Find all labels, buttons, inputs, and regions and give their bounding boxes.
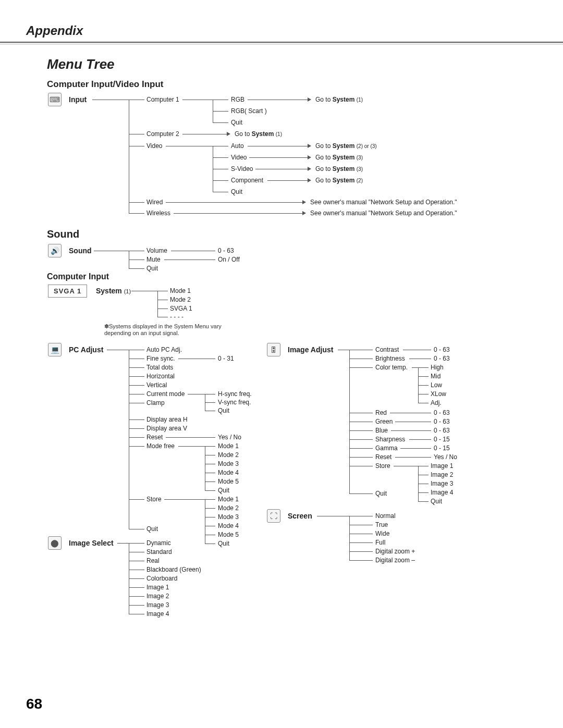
lbl-gamma: Gamma	[375, 445, 398, 452]
h-finesync-b	[178, 359, 215, 359]
h-m1	[205, 446, 215, 447]
h-quit2	[213, 192, 228, 192]
h-component-b	[267, 180, 308, 181]
pcadjust-icon: 💻	[48, 343, 62, 356]
h-dashes	[157, 317, 168, 317]
lbl-manual-b: See owner's manual "Network Setup and Op…	[310, 209, 457, 217]
h-store2	[349, 466, 373, 466]
h-video2	[213, 157, 228, 158]
lbl-svga1: SVGA 1	[170, 305, 192, 312]
h-iim2	[418, 475, 429, 475]
h-normal	[349, 516, 373, 516]
menutree-heading: Menu Tree	[47, 56, 115, 72]
lbl-wired: Wired	[146, 199, 163, 206]
lbl-sm2: Mode 2	[218, 504, 239, 512]
h-contrast-b	[403, 350, 431, 350]
h-real	[129, 561, 144, 561]
h-blue-b	[391, 430, 431, 431]
lbl-adj: Adj.	[431, 399, 442, 406]
h-store	[129, 499, 144, 500]
arrow-wireless	[302, 211, 306, 215]
h-std	[129, 552, 144, 552]
h-mute-b	[164, 260, 215, 260]
h-iim3	[418, 484, 429, 484]
lbl-r063c: 0 - 63	[434, 409, 450, 416]
h-dav	[129, 428, 144, 429]
imageselect-label: Image Select	[69, 539, 114, 547]
lbl-red: Red	[375, 409, 387, 416]
lbl-m2: Mode 2	[218, 451, 239, 459]
h-squit	[205, 544, 215, 544]
h-comp1	[129, 100, 144, 100]
lbl-blue: Blue	[375, 427, 388, 434]
lbl-iim2: Image 2	[431, 471, 453, 478]
h-screen	[317, 516, 349, 516]
h-true	[349, 525, 373, 525]
h-mid	[418, 376, 429, 377]
lbl-iim1: Image 1	[431, 462, 453, 470]
lbl-r015b: 0 - 15	[434, 445, 450, 452]
lbl-curmode: Current mode	[146, 390, 185, 398]
input-label: Input	[69, 95, 87, 104]
h-reset2-b	[395, 457, 431, 458]
h-reset2	[349, 457, 373, 458]
system-label: System (1)	[96, 287, 131, 295]
h-high	[418, 367, 429, 368]
rule-top-light	[0, 44, 563, 44]
h-cb	[129, 578, 144, 579]
h-wireless-b	[174, 213, 302, 214]
sys-footnote: ✽Systems displayed in the System Menu va…	[104, 323, 240, 336]
h-bright	[349, 359, 373, 359]
page-number: 68	[26, 696, 42, 712]
lbl-goto-sys3a: Go to System (3)	[315, 154, 363, 161]
h-finesync	[129, 359, 144, 359]
h-comp1-b	[182, 100, 213, 100]
h-m3	[205, 464, 215, 464]
h-vol	[129, 251, 144, 251]
lbl-iaquit2: Quit	[431, 498, 442, 505]
h-svideo-b	[255, 169, 308, 169]
h-is	[117, 543, 129, 544]
lbl-svideo: S-Video	[231, 165, 253, 172]
lbl-bright: Brightness	[375, 355, 405, 362]
lbl-xlow: XLow	[431, 390, 446, 398]
lbl-cb: Colorboard	[146, 575, 177, 582]
sound-icon: 🔊	[48, 244, 62, 257]
h-dzp	[349, 551, 373, 552]
lbl-m5: Mode 5	[218, 478, 239, 485]
svga-box: SVGA 1	[48, 285, 87, 298]
rule-top-dark	[0, 42, 563, 43]
lbl-yesno2: Yes / No	[434, 453, 457, 461]
h-horiz	[129, 376, 144, 377]
lbl-goto-sys1a: Go to System (1)	[315, 96, 363, 103]
lbl-dzm: Digital zoom –	[375, 557, 415, 564]
v-modefree	[205, 446, 205, 490]
lbl-autopc: Auto PC Adj.	[146, 346, 182, 353]
lbl-rgb: RGB	[231, 96, 244, 103]
h-im1	[129, 587, 144, 588]
h-gamma-b	[400, 448, 431, 449]
v-sys	[157, 291, 158, 317]
h-full	[349, 542, 373, 543]
screen-label: Screen	[288, 512, 312, 520]
lbl-contrast: Contrast	[375, 346, 399, 353]
lbl-ctemp: Color temp.	[375, 364, 408, 371]
lbl-computer2: Computer 2	[146, 130, 179, 138]
h-red-b	[390, 413, 431, 413]
lbl-squit: Quit	[218, 540, 229, 547]
v-store	[205, 499, 205, 544]
h-iaquit2	[418, 501, 429, 502]
lbl-normal: Normal	[375, 512, 396, 520]
lbl-video: Video	[146, 142, 162, 150]
lbl-r063a: 0 - 63	[434, 346, 450, 353]
lbl-im2: Image 2	[146, 593, 169, 600]
pcadjust-label: PC Adjust	[69, 346, 103, 354]
h-sm1b	[205, 499, 215, 500]
h-m2	[205, 455, 215, 455]
lbl-m1: Mode 1	[218, 442, 239, 450]
h-reset-b	[166, 437, 215, 438]
lbl-rgbscart: RGB( Scart )	[231, 107, 267, 115]
h-quit3	[129, 268, 144, 269]
h-sm3b	[205, 517, 215, 517]
h-im3	[129, 605, 144, 606]
